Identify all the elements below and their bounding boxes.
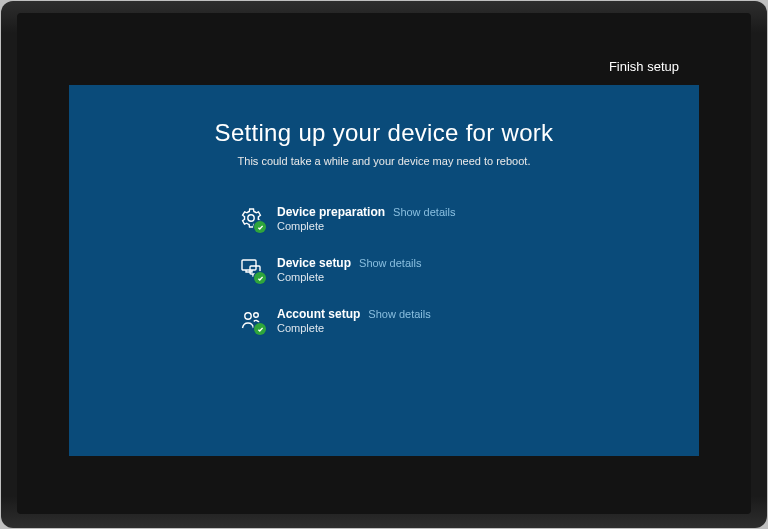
- step-title: Device setup: [277, 256, 351, 270]
- step-title: Device preparation: [277, 205, 385, 219]
- svg-rect-0: [242, 260, 256, 270]
- tablet-frame: Finish setup Setting up your device for …: [1, 1, 767, 528]
- show-details-link[interactable]: Show details: [368, 308, 430, 320]
- steps-list: Device preparation Show details Complete: [239, 205, 699, 334]
- step-account-setup: Account setup Show details Complete: [239, 307, 699, 334]
- svg-point-2: [245, 313, 251, 319]
- page-subtitle: This could take a while and your device …: [69, 155, 699, 167]
- svg-point-3: [254, 313, 259, 318]
- checkmark-icon: [254, 272, 266, 284]
- people-icon: [239, 308, 263, 332]
- checkmark-icon: [254, 221, 266, 233]
- show-details-link[interactable]: Show details: [393, 206, 455, 218]
- step-status: Complete: [277, 271, 421, 283]
- show-details-link[interactable]: Show details: [359, 257, 421, 269]
- step-status: Complete: [277, 322, 431, 334]
- monitor-icon: [239, 257, 263, 281]
- titlebar: Finish setup: [49, 47, 719, 85]
- enrollment-screen: Setting up your device for work This cou…: [69, 85, 699, 456]
- gear-icon: [239, 206, 263, 230]
- checkmark-icon: [254, 323, 266, 335]
- step-device-setup: Device setup Show details Complete: [239, 256, 699, 283]
- step-status: Complete: [277, 220, 455, 232]
- page-title: Setting up your device for work: [69, 119, 699, 147]
- step-title: Account setup: [277, 307, 360, 321]
- finish-setup-button[interactable]: Finish setup: [607, 55, 681, 78]
- step-device-preparation: Device preparation Show details Complete: [239, 205, 699, 232]
